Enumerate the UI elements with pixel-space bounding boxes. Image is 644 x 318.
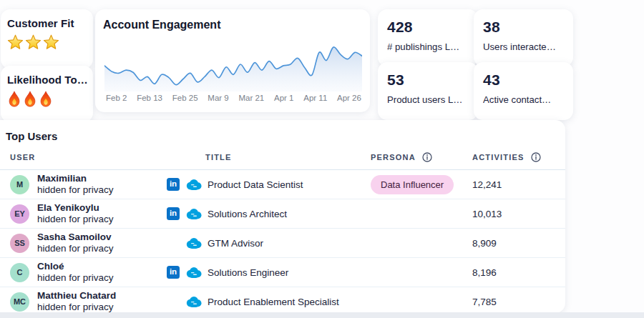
avatar-initials: SS [14,239,25,247]
salesforce-slot [185,296,203,308]
likelihood-flames [7,91,93,107]
salesforce-icon[interactable] [185,267,203,279]
flame-icon [23,91,37,107]
x-tick-label: Apr 26 [337,94,361,102]
stat-value: 53 [387,71,478,89]
column-header-user: USER [10,153,167,162]
user-cell: MC Matthieu Chatard hidden for privacy [10,291,167,312]
linkedin-icon[interactable]: in [167,266,180,279]
stat-value: 428 [387,19,478,36]
salesforce-icon[interactable] [185,208,203,220]
engagement-chart [104,41,362,91]
stat-label: Active contact… [483,94,573,105]
page-bottom-strip [0,312,644,318]
flame-icon [39,91,53,107]
stat-label: Users interacte… [483,41,573,52]
top-users-card: Top Users USER TITLE PERSONA ACTIVITIES … [0,120,565,313]
avatar: SS [10,234,29,253]
privacy-note: hidden for privacy [37,302,116,312]
column-header-activities-label: ACTIVITIES [472,153,525,162]
user-name: Maximilian [37,174,114,184]
stat-card-product-users: 53 Product users L… [378,62,478,120]
stat-label: # publishings L… [387,41,478,52]
title-cell: Product Enablement Specialist [167,296,371,308]
customer-fit-card: Customer Fit [1,9,93,69]
activities-value: 10,013 [472,209,565,219]
user-cell: M Maximilian hidden for privacy [10,174,167,195]
salesforce-slot [185,267,203,279]
x-tick-label: Mar 21 [238,94,264,102]
persona-badge: Data Influencer [371,175,454,194]
linkedin-slot: in [167,266,180,279]
x-tick-label: Apr 1 [274,94,294,102]
user-cell: C Chloé hidden for privacy [10,262,167,283]
salesforce-icon[interactable] [185,179,203,191]
column-header-persona-label: PERSONA [371,153,416,162]
info-icon[interactable] [531,152,541,162]
star-icon [25,34,42,50]
chart-x-axis: Feb 2Feb 13Feb 25Mar 9Mar 21Apr 1Apr 11A… [106,94,361,102]
user-cell: SS Sasha Samoilov hidden for privacy [10,232,167,254]
stat-label: Product users L… [387,94,478,105]
top-users-title: Top Users [0,120,565,142]
column-header-activities: ACTIVITIES [472,152,565,162]
job-title: Solutions Architect [208,209,287,219]
linkedin-icon[interactable]: in [167,178,180,191]
avatar: MC [10,292,29,312]
table-row[interactable]: MC Matthieu Chatard hidden for privacy P… [0,287,565,313]
flame-icon [7,91,21,107]
table-header: USER TITLE PERSONA ACTIVITIES [0,145,565,170]
persona-cell: Data Influencer [371,175,472,194]
salesforce-icon[interactable] [185,237,203,249]
table-row[interactable]: C Chloé hidden for privacy in Solutions … [0,257,565,287]
privacy-note: hidden for privacy [37,272,114,283]
avatar: M [10,175,29,194]
x-tick-label: Feb 2 [106,94,127,102]
star-icon [43,34,59,50]
user-name: Chloé [37,262,114,272]
table-row[interactable]: EY Ela Yenikoylu hidden for privacy in S… [0,199,565,228]
title-cell: in Solutions Architect [167,207,371,220]
column-header-persona: PERSONA [371,152,472,162]
engagement-chart-title: Account Engagement [95,9,370,31]
stat-card-publishings: 428 # publishings L… [378,9,478,66]
linkedin-icon[interactable]: in [167,207,180,220]
customer-fit-title: Customer Fit [7,17,93,29]
avatar-initials: C [17,268,23,277]
avatar: EY [10,204,29,224]
avatar-initials: MC [14,297,26,306]
salesforce-icon[interactable] [185,296,203,308]
title-cell: GTM Advisor [167,237,371,249]
title-cell: in Product Data Scientist [167,178,371,191]
info-icon[interactable] [422,152,432,162]
column-header-title: TITLE [205,153,371,162]
salesforce-slot [185,208,203,220]
x-tick-label: Mar 9 [208,94,228,102]
likelihood-card: Likelihood To… [1,66,93,122]
chart-area-fill [104,47,362,91]
avatar-initials: M [16,180,23,189]
job-title: Product Data Scientist [208,179,303,190]
avatar-initials: EY [14,209,25,218]
activities-value: 7,785 [472,297,565,307]
x-tick-label: Feb 13 [137,94,162,102]
activities-value: 8,909 [472,238,565,249]
stat-value: 38 [483,19,573,36]
job-title: Product Enablement Specialist [208,297,339,307]
privacy-note: hidden for privacy [37,243,114,254]
job-title: GTM Advisor [208,238,263,249]
customer-fit-stars [7,34,93,50]
salesforce-slot [185,179,203,191]
linkedin-slot: in [167,178,180,191]
likelihood-title: Likelihood To… [7,74,93,86]
user-name: Sasha Samoilov [37,232,114,243]
privacy-note: hidden for privacy [37,184,114,195]
stat-value: 43 [483,71,573,89]
stat-card-users-interacted: 38 Users interacte… [474,9,573,66]
user-name: Ela Yenikoylu [37,203,114,214]
star-icon [7,34,24,50]
table-row[interactable]: SS Sasha Samoilov hidden for privacy GTM… [0,228,565,257]
user-cell: EY Ela Yenikoylu hidden for privacy [10,203,167,224]
table-row[interactable]: M Maximilian hidden for privacy in Produ… [0,170,565,199]
x-tick-label: Feb 25 [172,94,198,102]
